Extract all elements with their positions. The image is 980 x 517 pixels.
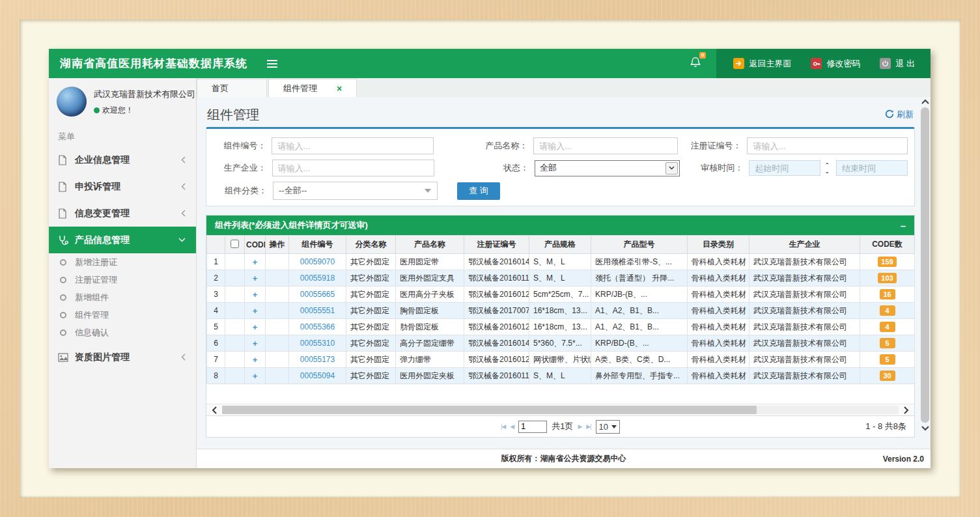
- submenu-item-new-cert[interactable]: 新增注册证: [49, 253, 196, 271]
- vertical-scroll-thumb[interactable]: [921, 107, 929, 423]
- page-size-select[interactable]: 10: [596, 420, 620, 434]
- submenu-item-new-component[interactable]: 新增组件: [49, 288, 196, 306]
- page-number-input[interactable]: [518, 421, 547, 433]
- component-no-link[interactable]: 00055173: [300, 355, 335, 364]
- product-name-input[interactable]: [533, 137, 678, 154]
- cert-no-input[interactable]: [747, 137, 908, 154]
- expand-codes-link[interactable]: +: [253, 339, 258, 348]
- prev-page-button[interactable]: ◀: [510, 423, 514, 430]
- expand-codes-link[interactable]: +: [253, 306, 258, 316]
- expand-codes-link[interactable]: +: [253, 322, 258, 332]
- component-no-link[interactable]: 00055551: [300, 306, 335, 315]
- code-count-badge: 5: [880, 338, 895, 348]
- expand-codes-link[interactable]: +: [253, 257, 258, 267]
- model-cell: KRP/BD-(B、...: [591, 335, 688, 352]
- cert-no-cell: 鄂汉械备20170072: [464, 303, 529, 319]
- sidebar-item-qualification-images[interactable]: 资质图片管理: [49, 344, 196, 370]
- query-button[interactable]: 查 询: [457, 182, 500, 200]
- scroll-down-icon[interactable]: [919, 424, 931, 433]
- return-main-button[interactable]: 返回主界面: [733, 58, 791, 70]
- refresh-button[interactable]: 刷新: [885, 109, 914, 120]
- table-row: 5+00055366其它外固定肋骨固定板鄂汉械备2016012016*18cm、…: [207, 319, 915, 335]
- sidebar-item-complaints[interactable]: 申投诉管理: [49, 173, 196, 200]
- col-manufacturer: 生产企业: [749, 236, 860, 254]
- component-no-cell: 00055551: [289, 303, 346, 319]
- component-no-link[interactable]: 00055366: [300, 322, 335, 331]
- sidebar-item-enterprise-info[interactable]: 企业信息管理: [49, 147, 196, 173]
- status-label: 状态：: [464, 162, 535, 174]
- manufacturer-cell: 武汉克瑞普新技术有限公司: [749, 303, 860, 319]
- expand-codes-link[interactable]: +: [253, 355, 258, 365]
- company-name: 武汉克瑞普新技术有限公司: [94, 89, 195, 100]
- submenu-item-cert-management[interactable]: 注册证管理: [49, 271, 196, 288]
- component-no-link[interactable]: 00055310: [300, 339, 335, 348]
- code-count-badge: 16: [880, 289, 895, 300]
- select-all-checkbox[interactable]: [231, 240, 239, 248]
- row-index-cell: 8: [207, 368, 225, 384]
- expand-codes-link[interactable]: +: [253, 290, 258, 300]
- tab-component-management[interactable]: 组件管理 ×: [268, 79, 357, 97]
- model-cell: 颈托（普通型） 升降...: [591, 270, 688, 286]
- return-icon: [733, 58, 744, 69]
- status-select[interactable]: 全部: [535, 160, 680, 176]
- close-tab-icon[interactable]: ×: [337, 84, 342, 93]
- chevron-down-icon: [178, 238, 186, 242]
- product-name-cell: 肋骨固定板: [396, 319, 464, 335]
- tab-home[interactable]: 首页: [197, 79, 267, 97]
- model-cell: A1、A2、B1、B...: [591, 319, 688, 335]
- end-date-input[interactable]: [836, 160, 908, 176]
- sidebar-item-info-change[interactable]: 信息变更管理: [49, 200, 196, 227]
- col-operation: 操作: [266, 236, 289, 254]
- component-no-link[interactable]: 00059070: [300, 257, 335, 266]
- notification-badge: 0: [699, 52, 706, 59]
- select-arrow-icon: [665, 162, 678, 175]
- component-no-input[interactable]: [272, 137, 434, 154]
- sidebar-item-product-info[interactable]: 产品信息管理: [49, 227, 196, 253]
- page-title: 组件管理: [207, 106, 259, 124]
- circle-icon: [60, 277, 66, 283]
- scroll-left-icon[interactable]: [206, 406, 222, 414]
- next-page-button[interactable]: ▶: [578, 423, 581, 430]
- component-no-link[interactable]: 00055918: [300, 273, 335, 283]
- power-icon: [880, 58, 891, 69]
- chevron-left-icon: [181, 183, 186, 190]
- notification-bell-button[interactable]: 0: [690, 57, 701, 70]
- category-cell: 其它外固定: [346, 286, 396, 303]
- collapse-panel-button[interactable]: –: [901, 221, 906, 231]
- row-index-cell: 5: [207, 319, 225, 335]
- start-date-input[interactable]: [749, 160, 820, 176]
- hamburger-menu-icon[interactable]: [267, 58, 277, 70]
- submenu-item-info-confirm[interactable]: 信息确认: [49, 324, 196, 341]
- expand-codes-link[interactable]: +: [253, 273, 258, 283]
- scroll-up-icon[interactable]: [919, 97, 931, 106]
- category-select[interactable]: --全部--: [273, 182, 438, 200]
- expand-codes-link[interactable]: +: [253, 371, 258, 381]
- row-checkbox-cell: [225, 319, 245, 335]
- category-cell: 其它外固定: [346, 254, 396, 270]
- panel-title: 组件列表(*必须进入组件详情页才可送审): [215, 219, 368, 231]
- product-name-cell: 医用外固定夹板: [396, 368, 464, 384]
- sidebar: 武汉克瑞普新技术有限公司 欢迎您！ 菜单 企业信息管理: [49, 78, 197, 468]
- product-name-cell: 医用外固定支具: [396, 270, 464, 286]
- audit-time-label: 审核时间：: [680, 162, 749, 174]
- horizontal-scrollbar[interactable]: [206, 404, 914, 415]
- component-no-link[interactable]: 00055665: [300, 290, 335, 299]
- logout-button[interactable]: 退 出: [880, 58, 915, 70]
- scroll-right-icon[interactable]: [899, 406, 914, 414]
- change-password-button[interactable]: 修改密码: [811, 58, 860, 70]
- model-cell: 医用颈椎牵引带-S、...: [591, 254, 688, 270]
- code-count-cell: 159: [860, 254, 915, 270]
- last-page-button[interactable]: ▶|: [586, 423, 591, 430]
- col-code-count: CODE数: [860, 236, 915, 254]
- submenu-item-component-management[interactable]: 组件管理: [49, 306, 196, 324]
- component-no-cell: 00055094: [289, 368, 346, 384]
- component-no-link[interactable]: 00055094: [300, 371, 335, 380]
- first-page-button[interactable]: |◀: [501, 423, 505, 430]
- category-cell: 其它外固定: [346, 319, 396, 335]
- spec-cell: 5cm*25cm、7...: [529, 286, 591, 303]
- catalog-cell: 骨科植入类耗材: [688, 254, 749, 270]
- manufacturer-input[interactable]: [272, 160, 434, 176]
- category-cell: 其它外固定: [346, 368, 396, 384]
- vertical-scrollbar[interactable]: [919, 97, 931, 433]
- horizontal-scroll-thumb[interactable]: [222, 406, 757, 414]
